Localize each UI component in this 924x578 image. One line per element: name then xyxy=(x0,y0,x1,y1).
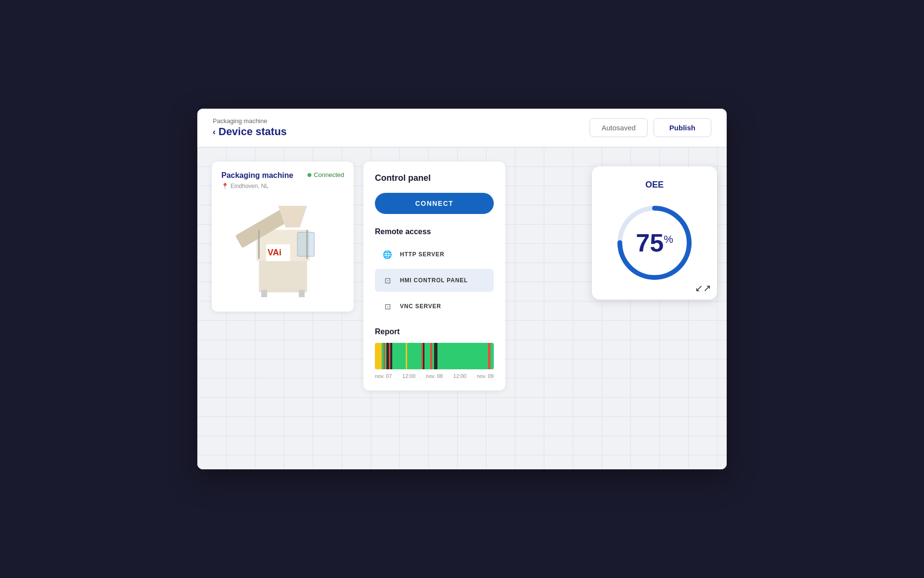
svg-rect-15 xyxy=(386,343,389,369)
oee-percent: % xyxy=(664,233,673,245)
svg-rect-21 xyxy=(422,343,423,369)
oee-circle: 75% xyxy=(611,200,698,286)
svg-rect-11 xyxy=(375,343,382,369)
machine-name: Packaging machine xyxy=(221,171,293,180)
report-section: Report xyxy=(375,327,494,379)
top-bar: Packaging machine ‹ Device status Autosa… xyxy=(197,109,727,147)
timeline-label-4: 12:00 xyxy=(453,373,467,379)
location-pin-icon: 📍 xyxy=(221,183,229,189)
publish-button[interactable]: Publish xyxy=(654,118,711,137)
autosaved-button[interactable]: Autosaved xyxy=(590,118,648,137)
vnc-server-label: VNC SERVER xyxy=(400,303,441,310)
machine-location: 📍 Eindhoven, NL xyxy=(221,183,344,189)
oee-value: 75% xyxy=(636,230,673,255)
timeline-label-3: nov. 08 xyxy=(426,373,443,379)
resize-icon[interactable]: ↙↗ xyxy=(695,282,711,294)
svg-rect-18 xyxy=(392,343,406,369)
location-text: Eindhoven, NL xyxy=(231,183,269,189)
svg-rect-1 xyxy=(261,290,267,297)
svg-rect-13 xyxy=(384,343,385,369)
svg-rect-20 xyxy=(407,343,422,369)
report-title: Report xyxy=(375,327,494,336)
svg-rect-8 xyxy=(297,232,314,256)
remote-item-hmi[interactable]: ⊡ HMI CONTROL PANEL xyxy=(375,269,494,292)
back-arrow-icon[interactable]: ‹ xyxy=(213,127,216,137)
http-server-icon: 🌐 xyxy=(381,248,394,261)
machine-card-header: Packaging machine Connected xyxy=(221,171,344,180)
hmi-control-panel-icon: ⊡ xyxy=(381,274,394,287)
remote-item-http[interactable]: 🌐 HTTP SERVER xyxy=(375,243,494,266)
oee-number: 75 xyxy=(636,229,664,257)
svg-rect-28 xyxy=(488,343,490,369)
top-actions: Autosaved Publish xyxy=(590,118,711,137)
machine-illustration: VAi xyxy=(230,201,336,297)
svg-rect-24 xyxy=(430,343,432,369)
svg-rect-12 xyxy=(382,343,384,369)
svg-rect-19 xyxy=(406,343,407,369)
machine-card: Packaging machine Connected 📍 Eindhoven,… xyxy=(212,162,354,312)
svg-rect-29 xyxy=(490,343,494,369)
http-server-label: HTTP SERVER xyxy=(400,251,444,258)
timeline-label-2: 12:00 xyxy=(402,373,416,379)
svg-rect-22 xyxy=(423,343,424,369)
remote-item-vnc[interactable]: ⊡ VNC SERVER xyxy=(375,295,494,318)
hmi-control-panel-label: HMI CONTROL PANEL xyxy=(400,277,468,284)
report-chart xyxy=(375,343,494,369)
svg-rect-17 xyxy=(390,343,392,369)
svg-rect-0 xyxy=(259,259,307,292)
chart-timeline: nov. 07 12:00 nov. 08 12:00 nov. 09 xyxy=(375,373,494,379)
report-chart-svg xyxy=(375,343,494,369)
remote-access-title: Remote access xyxy=(375,227,494,236)
oee-title: OEE xyxy=(645,180,664,190)
breadcrumb: Packaging machine ‹ Device status xyxy=(213,117,287,138)
control-panel-card: Control panel CONNECT Remote access 🌐 HT… xyxy=(363,162,505,390)
connected-badge: Connected xyxy=(308,171,344,178)
timeline-label-5: nov. 09 xyxy=(477,373,494,379)
connect-button[interactable]: CONNECT xyxy=(375,193,494,214)
svg-rect-23 xyxy=(424,343,430,369)
page-title: Device status xyxy=(218,126,287,138)
timeline-label-1: nov. 07 xyxy=(375,373,392,379)
oee-card: OEE 75% ↙↗ xyxy=(592,166,717,300)
connected-dot-icon xyxy=(308,173,311,177)
machine-image: VAi xyxy=(221,196,344,302)
control-panel-title: Control panel xyxy=(375,173,494,183)
svg-rect-16 xyxy=(389,343,390,369)
vnc-server-icon: ⊡ xyxy=(381,300,394,313)
cards-container: Packaging machine Connected 📍 Eindhoven,… xyxy=(212,162,505,390)
breadcrumb-current: ‹ Device status xyxy=(213,126,287,138)
breadcrumb-parent: Packaging machine xyxy=(213,117,287,125)
svg-rect-2 xyxy=(299,290,305,297)
main-content: Packaging machine Connected 📍 Eindhoven,… xyxy=(197,147,727,469)
svg-rect-26 xyxy=(434,343,437,369)
svg-text:VAi: VAi xyxy=(268,248,282,257)
svg-rect-14 xyxy=(385,343,386,369)
svg-rect-25 xyxy=(432,343,434,369)
svg-rect-27 xyxy=(437,343,494,369)
connected-label: Connected xyxy=(314,171,344,178)
